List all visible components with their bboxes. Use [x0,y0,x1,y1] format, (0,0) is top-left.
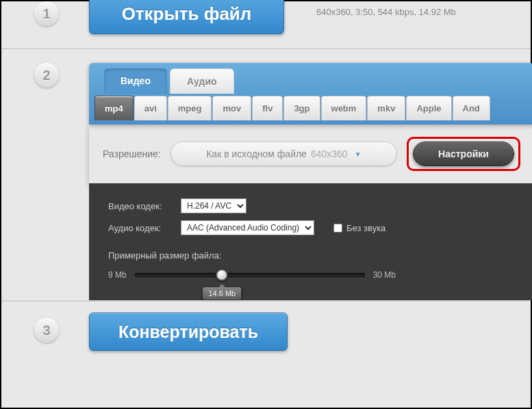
audio-codec-label: Аудио кодек: [108,223,174,233]
open-file-button[interactable]: Открыть файл [89,0,284,34]
resolution-select[interactable]: Как в исходном файле 640x360 ▼ [170,142,397,166]
video-codec-row: Видео кодек: H.264 / AVC [108,198,515,213]
filesize-min: 9 Mb [108,270,127,280]
format-mp4[interactable]: mp4 [94,96,134,120]
format-avi[interactable]: avi [134,96,167,120]
step-badge-2: 2 [34,63,59,88]
resolution-dim: 640x360 [311,148,348,159]
format-mkv[interactable]: mkv [367,96,405,120]
step-badge-3: 3 [34,318,59,343]
no-sound-checkbox[interactable] [333,224,342,233]
resolution-row: Разрешение: Как в исходном файле 640x360… [89,124,532,183]
filesize-slider-row: 9 Mb 14.6 Mb 30 Mb [108,270,396,280]
audio-codec-row: Аудио кодек: AAC (Advanced Audio Coding)… [108,220,515,235]
no-sound-label: Без звука [346,223,385,233]
format-mpeg[interactable]: mpeg [168,96,212,120]
format-apple[interactable]: Apple [406,96,451,120]
format-android[interactable]: And [453,96,490,120]
no-sound-group: Без звука [333,223,385,233]
step-1: 1 Открыть файл 640x360, 3:50, 544 kbps, … [1,1,531,49]
format-mov[interactable]: mov [212,96,251,120]
media-tabs: Видео Аудио [89,63,532,94]
format-3gp[interactable]: 3gp [283,96,320,120]
step-2: 2 Видео Аудио mp4 avi mpeg mov flv 3gp w… [1,49,531,300]
settings-button[interactable]: Настройки [413,142,514,166]
format-flv[interactable]: flv [252,96,283,120]
tab-audio[interactable]: Аудио [170,68,234,94]
settings-highlight: Настройки [407,137,520,171]
filesize-label: Примерный размер файла: [108,250,515,261]
video-codec-label: Видео кодек: [108,201,174,211]
video-codec-select[interactable]: H.264 / AVC [181,198,246,213]
filesize-slider[interactable]: 14.6 Mb [135,273,365,278]
resolution-text: Как в исходном файле [206,148,307,159]
format-tabs: mp4 avi mpeg mov flv 3gp webm mkv Apple … [94,96,532,120]
filesize-current: 14.6 Mb [202,287,242,300]
audio-codec-select[interactable]: AAC (Advanced Audio Coding) [181,220,314,235]
format-webm[interactable]: webm [321,96,367,120]
codec-panel: Видео кодек: H.264 / AVC Аудио кодек: AA… [89,183,532,300]
tab-video[interactable]: Видео [104,68,167,94]
filesize-max: 30 Mb [373,270,396,280]
format-panel: Видео Аудио mp4 avi mpeg mov flv 3gp web… [89,63,532,124]
step-badge-1: 1 [34,1,59,26]
resolution-label: Разрешение: [103,148,161,159]
convert-button[interactable]: Конвертировать [89,313,288,351]
chevron-down-icon: ▼ [355,150,362,158]
filesize-block: Примерный размер файла: 9 Mb 14.6 Mb 30 … [108,250,515,280]
file-info-text: 640x360, 3:50, 544 kbps, 14.92 Mb [316,7,456,17]
slider-thumb[interactable] [216,269,228,281]
step-3: 3 Конвертировать [1,300,531,365]
